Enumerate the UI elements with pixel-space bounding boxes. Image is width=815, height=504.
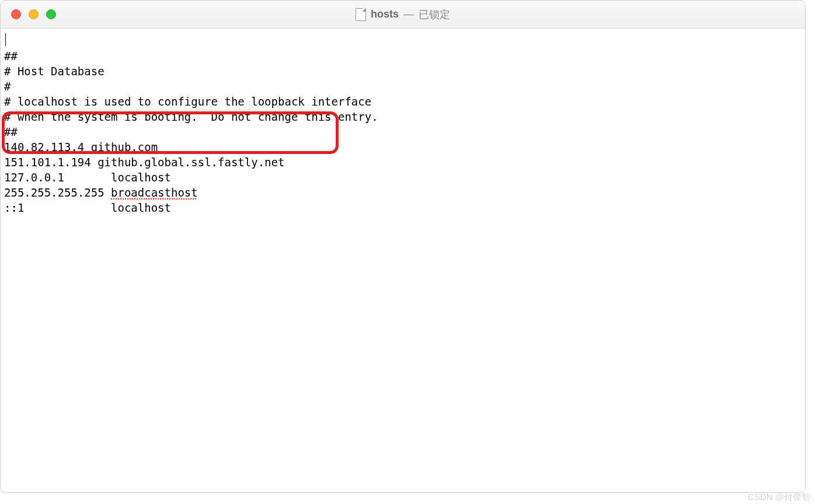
minimize-button[interactable]	[29, 9, 39, 19]
window-status: 已锁定	[419, 8, 450, 22]
file-line: 151.101.1.194 github.global.ssl.fastly.n…	[4, 156, 284, 169]
file-line: # when the system is booting. Do not cha…	[4, 110, 378, 123]
watermark-text: CSDN @付俊智	[748, 492, 810, 503]
file-line: # localhost is used to configure the loo…	[4, 95, 371, 108]
titlebar[interactable]: hosts — 已锁定	[1, 1, 805, 29]
file-line: ::1 localhost	[4, 201, 171, 214]
title-separator: —	[403, 8, 414, 20]
maximize-button[interactable]	[46, 9, 56, 19]
text-editor-window: hosts — 已锁定 ## # Host Database # # local…	[0, 0, 806, 493]
file-line: # Host Database	[4, 65, 105, 78]
text-content[interactable]: ## # Host Database # # localhost is used…	[1, 29, 805, 250]
window-controls	[1, 9, 56, 19]
file-icon	[356, 8, 366, 21]
spellcheck-underline: broadcasthost	[111, 186, 198, 199]
file-line: ##	[4, 50, 18, 62]
file-line-prefix: 127.0.0.1	[4, 171, 111, 184]
text-cursor-icon	[5, 33, 6, 46]
file-line-suffix: localhost	[111, 171, 171, 184]
window-title: hosts	[371, 8, 399, 20]
title-center: hosts — 已锁定	[356, 8, 450, 22]
file-line: 140.82.113.4 github.com	[4, 141, 158, 153]
close-button[interactable]	[11, 9, 21, 19]
file-line: #	[4, 80, 11, 93]
file-line-prefix: 255.255.255.255	[4, 186, 111, 199]
file-line: ##	[4, 125, 18, 138]
